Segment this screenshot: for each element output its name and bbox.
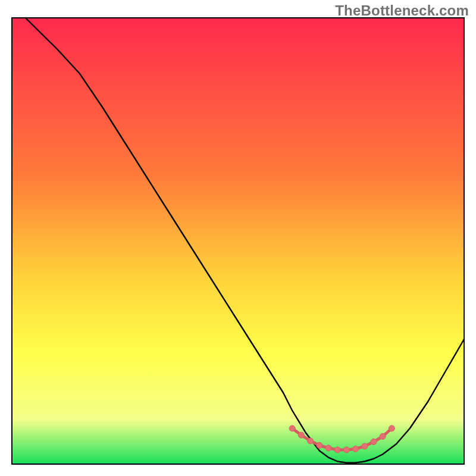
marker-dot (325, 445, 331, 451)
marker-dot (343, 447, 349, 453)
marker-dot (389, 425, 394, 431)
marker-dot (317, 443, 322, 449)
chart-svg (0, 0, 476, 476)
marker-dot (353, 446, 359, 452)
plot-background (12, 18, 464, 464)
watermark-text: TheBottleneck.com (335, 2, 469, 19)
marker-dot (308, 438, 314, 444)
chart-container: { "watermark": "TheBottleneck.com", "col… (0, 0, 476, 476)
marker-dot (380, 434, 386, 440)
marker-dot (334, 447, 340, 453)
marker-dot (371, 439, 377, 445)
marker-dot (362, 443, 368, 449)
marker-dot (298, 432, 304, 438)
marker-dot (289, 425, 295, 431)
